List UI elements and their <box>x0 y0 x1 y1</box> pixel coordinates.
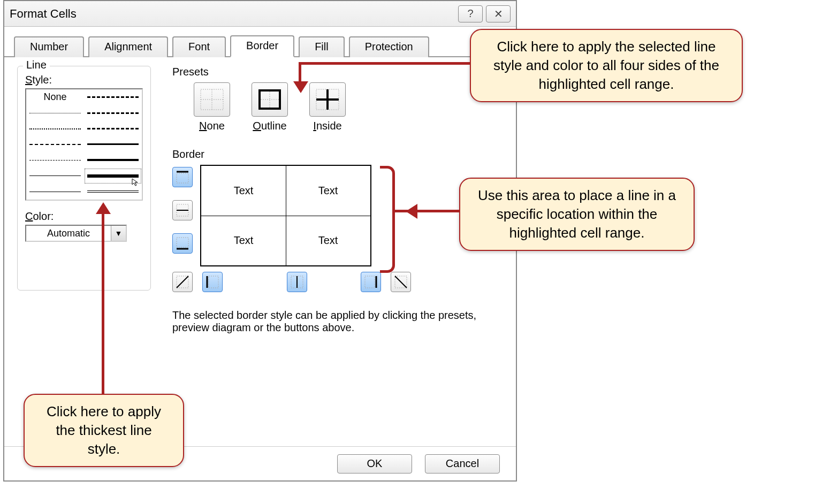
border-preview[interactable]: Text Text Text Text <box>200 165 371 266</box>
style-label: SStyle:tyle: <box>25 74 52 86</box>
arrow-head-icon <box>293 81 308 93</box>
tab-protection[interactable]: Protection <box>349 36 429 57</box>
tab-border[interactable]: Border <box>230 35 294 57</box>
svg-line-24 <box>395 276 407 288</box>
line-style-hair[interactable] <box>26 105 84 120</box>
line-fieldset: Line SStyle:tyle: None <box>17 66 151 291</box>
svg-rect-10 <box>177 173 188 183</box>
tab-font[interactable]: Font <box>172 36 226 57</box>
presets-section-label: Presets <box>172 66 503 78</box>
ok-button[interactable]: OK <box>337 454 412 474</box>
line-style-thin[interactable] <box>26 168 84 184</box>
preset-none-button[interactable] <box>194 82 230 117</box>
border-left-button[interactable] <box>202 272 223 292</box>
help-button[interactable]: ? <box>458 5 483 22</box>
color-label: Color: <box>25 210 143 223</box>
arrow-head-icon <box>96 202 111 214</box>
line-style-dashdot[interactable] <box>26 152 84 168</box>
arrow-line <box>299 62 301 83</box>
border-top-icon <box>176 170 189 184</box>
line-style-med-dash[interactable] <box>84 105 142 120</box>
border-vmiddle-icon <box>290 275 304 289</box>
titlebar: Format Cells ? ✕ <box>4 1 516 27</box>
border-right-icon <box>364 275 378 289</box>
border-bottom-icon <box>176 236 189 250</box>
border-diag-down-icon <box>394 275 408 289</box>
right-column: Presets None <box>172 66 503 334</box>
border-diag-down-button[interactable] <box>391 272 411 292</box>
tab-content: Line SStyle:tyle: None <box>4 57 516 446</box>
preset-outline-button[interactable] <box>252 82 288 117</box>
arrow-line <box>395 210 459 212</box>
preset-none-label: None <box>199 120 225 132</box>
cancel-button[interactable]: Cancel <box>425 454 500 474</box>
arrow-line <box>102 213 104 394</box>
preview-cell: Text <box>286 216 370 265</box>
svg-rect-21 <box>365 276 375 288</box>
border-right-button[interactable] <box>361 272 381 292</box>
preset-inside-icon <box>315 88 340 111</box>
line-color-dropdown[interactable]: Automatic ▼ <box>25 225 127 242</box>
line-style-dashed[interactable] <box>26 136 84 152</box>
dropdown-arrow-icon: ▼ <box>111 226 126 241</box>
callout-preview: Use this area to place a line in a speci… <box>459 178 695 251</box>
callout-outline: Click here to apply the selected line st… <box>470 29 743 102</box>
line-style-double[interactable] <box>84 184 142 200</box>
border-section-label: Border <box>172 148 503 161</box>
line-style-thin2[interactable] <box>26 184 84 200</box>
line-section-label: Line <box>23 59 50 71</box>
line-color-value: Automatic <box>26 228 111 239</box>
preset-none-icon <box>200 88 224 111</box>
tab-strip: Number Alignment Font Border Fill Protec… <box>4 27 516 57</box>
close-button[interactable]: ✕ <box>486 5 511 22</box>
arrow-line <box>300 62 470 65</box>
arrow-head-icon <box>406 204 417 219</box>
border-bottom-button[interactable] <box>172 233 193 254</box>
border-hmiddle-icon <box>176 203 189 217</box>
preview-cell: Text <box>286 166 370 216</box>
preset-outline-label: Outline <box>253 120 286 132</box>
preset-inside-button[interactable] <box>309 82 346 117</box>
border-vmiddle-button[interactable] <box>287 272 307 292</box>
window-title: Format Cells <box>10 7 77 21</box>
svg-line-16 <box>177 276 188 288</box>
preview-cell: Text <box>201 216 286 265</box>
border-hmiddle-button[interactable] <box>172 200 193 220</box>
preset-inside-label: Inside <box>313 120 341 132</box>
preview-cell: Text <box>201 166 286 216</box>
line-style-medium[interactable] <box>84 136 142 152</box>
line-style-dotted[interactable] <box>26 121 84 136</box>
line-style-med-dashdot[interactable] <box>84 89 142 105</box>
border-left-icon <box>206 275 219 289</box>
border-diag-up-icon <box>176 275 189 289</box>
preset-outline-icon <box>257 88 282 111</box>
callout-thick-line: Click here to apply the thickest line st… <box>24 394 184 467</box>
info-text: The selected border style can be applied… <box>172 309 503 334</box>
tab-alignment[interactable]: Alignment <box>88 36 168 57</box>
border-diag-up-button[interactable] <box>172 272 193 292</box>
line-style-med-solid[interactable] <box>84 152 142 168</box>
close-icon: ✕ <box>494 7 503 20</box>
line-style-none[interactable]: None <box>26 89 84 105</box>
help-icon: ? <box>467 7 473 20</box>
tab-fill[interactable]: Fill <box>299 36 345 57</box>
line-style-med-dashdot2[interactable] <box>84 121 142 136</box>
line-style-thick[interactable] <box>84 168 142 184</box>
tab-number[interactable]: Number <box>14 36 84 57</box>
border-top-button[interactable] <box>172 167 193 187</box>
svg-rect-13 <box>177 238 188 247</box>
svg-rect-18 <box>209 276 218 288</box>
line-style-palette: None <box>25 88 143 201</box>
bracket-icon <box>380 166 395 273</box>
